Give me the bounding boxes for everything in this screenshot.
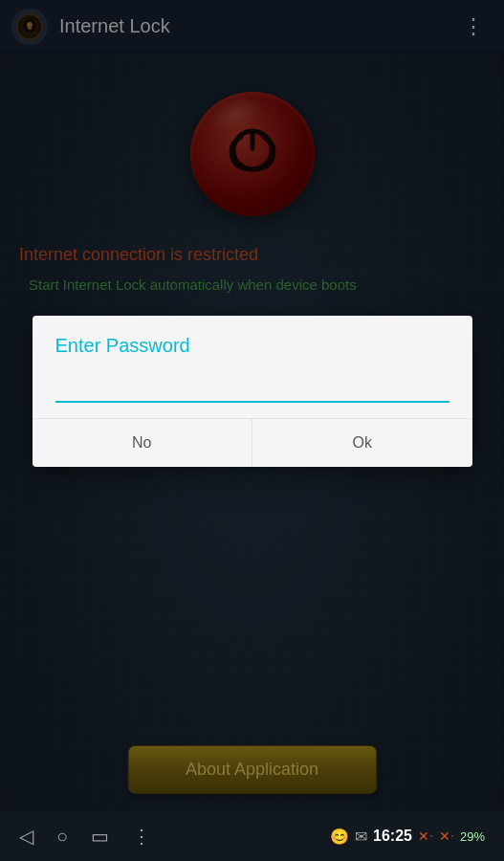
recents-icon[interactable]: ▭ [91,825,109,848]
back-icon[interactable]: ◁ [19,825,33,848]
status-bar: ◁ ○ ▭ ⋮ 😊 ✉ 16:25 ✕ᐧ ✕ᐧ 29% [0,811,504,861]
status-indicators: 😊 ✉ 16:25 ✕ᐧ ✕ᐧ 29% [330,828,485,846]
notification-icon: 😊 [330,828,349,846]
dialog-input-area [33,366,472,418]
mail-icon: ✉ [355,828,367,846]
battery-indicator: 29% [460,829,485,844]
signal-icon-2: ✕ᐧ [439,828,454,844]
password-input[interactable] [55,372,449,403]
password-dialog: Enter Password No Ok [33,316,472,467]
dialog-actions: No Ok [33,418,472,467]
dialog-title: Enter Password [33,316,472,366]
signal-icon: ✕ᐧ [418,828,433,844]
nav-buttons: ◁ ○ ▭ ⋮ [19,825,151,848]
cancel-button[interactable]: No [33,419,253,467]
home-icon[interactable]: ○ [56,826,68,848]
dialog-overlay: Enter Password No Ok [0,0,504,861]
menu-icon[interactable]: ⋮ [132,825,151,848]
time-display: 16:25 [373,828,412,845]
confirm-button[interactable]: Ok [252,419,472,467]
